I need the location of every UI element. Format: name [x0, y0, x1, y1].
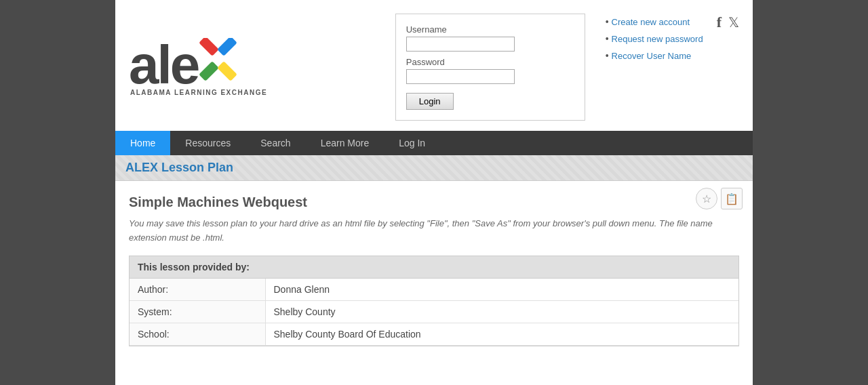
svg-rect-2	[217, 38, 237, 56]
logo-area: al e ALABAMA LEARNING EXCHANGE	[129, 38, 267, 96]
logo-letter-e: e	[170, 38, 199, 92]
page-title-bar: ALEX Lesson Plan	[115, 155, 753, 181]
favorite-button[interactable]: ☆	[696, 188, 717, 209]
username-row: Username	[406, 24, 574, 52]
password-input[interactable]	[406, 69, 515, 84]
auth-links: Create new account Request new password …	[599, 14, 703, 65]
table-row: Author: Donna Glenn	[130, 279, 738, 301]
lesson-content: ☆ 📋 Simple Machines Webquest You may sav…	[115, 181, 753, 357]
social-icons: f 𝕏	[717, 14, 739, 31]
lesson-note: You may save this lesson plan to your ha…	[129, 217, 739, 245]
nav-login[interactable]: Log In	[384, 131, 440, 155]
content-area: ALEX Lesson Plan ☆ 📋 Simple Machines Web…	[115, 155, 753, 357]
nav-home[interactable]: Home	[115, 131, 170, 155]
create-account-link[interactable]: Create new account	[612, 17, 690, 27]
header: al e ALABAMA LEARNING EXCHANGE Username	[115, 0, 753, 131]
nav-search[interactable]: Search	[245, 131, 305, 155]
create-account-item: Create new account	[606, 14, 703, 31]
svg-rect-0	[199, 38, 219, 56]
username-label: Username	[406, 24, 574, 35]
system-label: System:	[130, 300, 265, 323]
school-value: Shelby County Board Of Education	[265, 323, 738, 345]
svg-rect-3	[217, 61, 237, 81]
twitter-icon[interactable]: 𝕏	[728, 14, 739, 31]
table-row: School: Shelby County Board Of Education	[130, 323, 738, 345]
author-value: Donna Glenn	[265, 279, 738, 301]
section-header: This lesson provided by:	[130, 256, 738, 279]
password-row: Password	[406, 57, 574, 84]
recover-username-item: Recover User Name	[606, 47, 703, 64]
lesson-details-section: This lesson provided by: Author: Donna G…	[129, 256, 739, 346]
logo-subtitle: ALABAMA LEARNING EXCHANGE	[130, 89, 267, 96]
school-label: School:	[130, 323, 265, 345]
login-form: Username Password Login	[395, 14, 585, 121]
login-button[interactable]: Login	[406, 93, 454, 110]
star-icon: ☆	[702, 192, 711, 205]
password-label: Password	[406, 57, 574, 67]
page-title: ALEX Lesson Plan	[125, 161, 233, 174]
table-row: System: Shelby County	[130, 300, 738, 323]
author-label: Author:	[130, 279, 265, 301]
copy-button[interactable]: 📋	[721, 188, 743, 209]
logo-letters: al e	[129, 38, 240, 92]
lesson-title: Simple Machines Webquest	[129, 195, 739, 210]
nav-bar: Home Resources Search Learn More Log In	[115, 131, 753, 155]
action-icons: ☆ 📋	[696, 188, 743, 209]
login-links-list: Create new account Request new password …	[599, 14, 703, 65]
svg-rect-1	[199, 61, 219, 81]
request-password-item: Request new password	[606, 31, 703, 47]
details-table: Author: Donna Glenn System: Shelby Count…	[130, 279, 738, 346]
logo-letter-x	[196, 38, 240, 92]
request-password-link[interactable]: Request new password	[612, 34, 703, 44]
recover-username-link[interactable]: Recover User Name	[612, 51, 692, 61]
login-area: Username Password Login Create new accou…	[395, 14, 739, 121]
facebook-icon[interactable]: f	[717, 14, 722, 31]
nav-learn-more[interactable]: Learn More	[306, 131, 384, 155]
nav-resources[interactable]: Resources	[170, 131, 245, 155]
logo-letter-a: al	[129, 38, 170, 92]
username-input[interactable]	[406, 37, 515, 52]
system-value: Shelby County	[265, 300, 738, 323]
copy-icon: 📋	[725, 192, 738, 205]
